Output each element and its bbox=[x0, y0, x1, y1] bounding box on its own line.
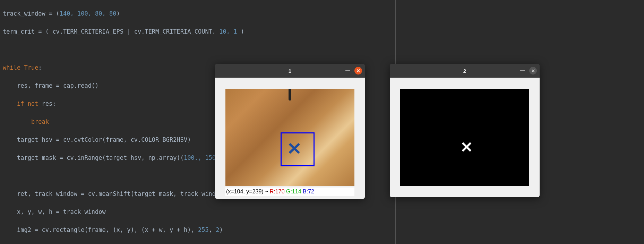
tracked-target-x: ✕ bbox=[287, 139, 302, 159]
pixel-status-bar: (x=104, y=239) ~ R:170 G:114 B:72 bbox=[225, 188, 354, 196]
image-canvas-1[interactable]: ✕ (x=104, y=239) ~ R:170 G:114 B:72 bbox=[215, 78, 365, 199]
mask-target-x: ✕ bbox=[460, 138, 473, 156]
window-title-1: 1 bbox=[289, 68, 291, 74]
image-window-1[interactable]: 1 ✕ ✕ (x=104, y=239) ~ R:170 G:114 B:72 bbox=[215, 64, 365, 199]
image-window-2[interactable]: 2 ✕ ✕ bbox=[390, 64, 540, 197]
cable-shape bbox=[289, 89, 291, 101]
mask-frame-image: ✕ bbox=[400, 89, 529, 186]
image-canvas-2[interactable]: ✕ bbox=[390, 78, 540, 197]
close-button[interactable]: ✕ bbox=[354, 67, 362, 75]
minimize-icon[interactable] bbox=[520, 70, 525, 71]
close-icon: ✕ bbox=[357, 69, 360, 73]
titlebar-1[interactable]: 1 ✕ bbox=[215, 64, 365, 78]
window-title-2: 2 bbox=[463, 68, 466, 74]
titlebar-2[interactable]: 2 ✕ bbox=[390, 64, 540, 78]
close-button[interactable]: ✕ bbox=[529, 67, 537, 75]
minimize-icon[interactable] bbox=[345, 70, 350, 71]
close-icon: ✕ bbox=[531, 69, 535, 73]
